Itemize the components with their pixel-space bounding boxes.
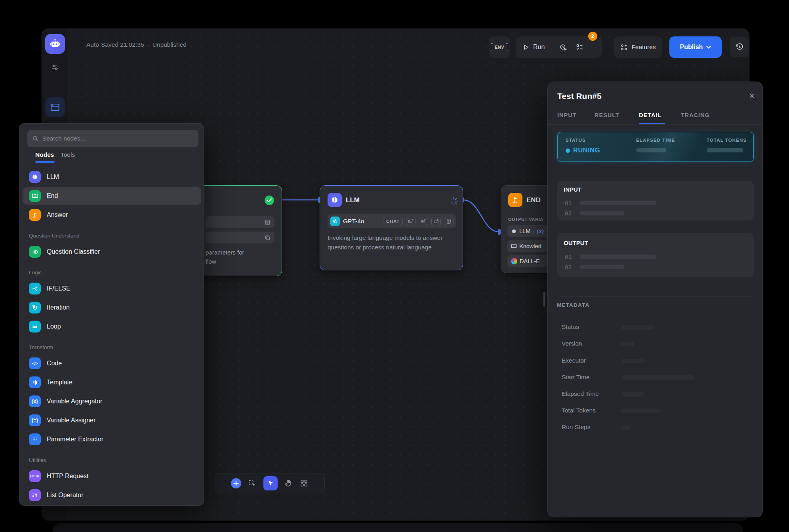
search-box[interactable]	[27, 130, 198, 147]
node-item-label: HTTP Request	[47, 473, 89, 480]
variable-name: Knowled	[519, 243, 541, 249]
meta-label-total-tokens: Total Tokens	[562, 407, 596, 414]
loop-infinity-icon: ∞	[29, 321, 41, 332]
if-else-icon	[29, 283, 41, 294]
hand-mode-button[interactable]	[284, 479, 293, 488]
organize-layout-button[interactable]	[300, 479, 308, 487]
tab-tracing[interactable]: TRACING	[681, 112, 710, 118]
node-item-template[interactable]: Template	[23, 374, 201, 391]
node-item-iteration[interactable]: ↻ Iteration	[23, 299, 201, 316]
skeleton-bar	[579, 255, 656, 259]
code-icon: </>	[29, 357, 41, 369]
node-item-variable-assigner[interactable]: {=} Variable Assigner	[23, 412, 201, 429]
close-button[interactable]: ×	[746, 90, 758, 102]
running-status-dot	[566, 148, 570, 153]
skeleton-bar	[621, 425, 631, 430]
row-number: 01	[565, 200, 572, 206]
meta-label-start-time: Start Time	[562, 374, 590, 381]
llm-node-title: LLM	[346, 196, 360, 204]
output-variables-label: OUTPUT VARIA	[508, 217, 552, 222]
plus-icon	[233, 481, 239, 486]
answer-flag-icon	[29, 209, 41, 221]
tab-input[interactable]: INPUT	[557, 112, 577, 118]
llm-brain-icon	[328, 193, 342, 207]
parameter-extractor-icon	[29, 433, 41, 445]
start-node-description: parameters for flow	[206, 248, 244, 266]
llm-node-description: Invoking large language models to answer…	[328, 233, 454, 252]
row-number: 02	[565, 264, 572, 270]
divider	[19, 164, 204, 164]
skeleton-bar	[621, 392, 644, 397]
layout-grid-icon	[300, 479, 308, 487]
node-item-answer[interactable]: Answer	[23, 206, 201, 224]
node-item-http-request[interactable]: HTTP HTTP Request	[23, 467, 201, 485]
pointer-mode-button[interactable]	[263, 476, 278, 490]
audio-capability-icon	[419, 217, 428, 226]
skeleton-bar	[579, 265, 625, 269]
tab-result[interactable]: RESULT	[595, 112, 619, 118]
tab-nodes[interactable]: Nodes	[35, 151, 54, 158]
elapsed-time-label: ELAPSED TIME	[636, 138, 675, 142]
form-icon	[265, 219, 271, 225]
knowledge-book-icon	[511, 243, 517, 249]
selection-frame-icon	[248, 479, 257, 488]
start-variable-row[interactable]	[206, 232, 274, 243]
search-icon	[32, 135, 39, 142]
node-item-parameter-extractor[interactable]: Parameter Extractor	[23, 431, 201, 448]
skeleton-bar	[621, 342, 635, 346]
node-item-end[interactable]: End	[23, 187, 201, 205]
variable-name: LLM	[519, 228, 530, 234]
section-question-understand: Question Understand	[29, 233, 80, 239]
section-logic: Logic	[29, 270, 42, 276]
start-variable-row[interactable]	[206, 216, 274, 228]
model-selector-row[interactable]: GPT-4o CHAT	[328, 214, 456, 228]
vision-capability-icon	[406, 217, 415, 226]
document-capability-icon	[444, 217, 454, 226]
skeleton-bar	[636, 148, 666, 152]
total-tokens-label: TOTAL TOKENS	[707, 138, 747, 142]
skeleton-bar	[621, 359, 644, 363]
openai-logo-icon	[330, 217, 340, 226]
llm-brain-icon	[29, 171, 41, 183]
node-item-label: List Operator	[47, 492, 83, 499]
node-picker-popover: Nodes Tools LLM End Answer Question Unde…	[19, 123, 204, 506]
node-item-variable-aggregator[interactable]: {x} Variable Aggregator	[23, 393, 201, 410]
skeleton-bar	[621, 408, 661, 413]
variable-assigner-icon: {=}	[29, 414, 41, 426]
divider	[557, 296, 754, 296]
cursor-icon	[267, 479, 274, 487]
chat-mode-badge: CHAT	[383, 217, 403, 226]
skeleton-bar	[621, 375, 694, 380]
input-title: INPUT	[564, 186, 581, 193]
meta-label-run-steps: Run Steps	[562, 424, 590, 431]
http-request-icon: HTTP	[29, 470, 41, 482]
hand-icon	[284, 479, 293, 488]
dalle-icon	[511, 258, 517, 264]
node-item-loop[interactable]: ∞ Loop	[23, 318, 201, 335]
node-item-question-classifier[interactable]: Question Classifier	[23, 243, 201, 260]
node-item-list-operator[interactable]: List Operator	[23, 486, 201, 504]
tab-detail[interactable]: DETAIL	[639, 112, 661, 118]
search-input[interactable]	[42, 135, 194, 142]
llm-node[interactable]: LLM GPT-4o CHAT	[320, 185, 463, 270]
llm-brain-icon	[511, 228, 517, 234]
variable-name: DALL-E	[520, 258, 540, 264]
test-run-panel: Test Run#5 × INPUT RESULT DETAIL TRACING…	[547, 82, 763, 517]
tab-tools[interactable]: Tools	[61, 151, 75, 158]
end-book-icon	[29, 190, 41, 202]
node-item-label: Variable Aggregator	[47, 398, 102, 405]
variable-aggregator-icon: {x}	[29, 395, 41, 407]
meta-label-elapsed-time: Elapsed Time	[562, 390, 599, 397]
node-item-llm[interactable]: LLM	[23, 168, 201, 186]
background-window-edge	[53, 523, 743, 532]
add-note-button[interactable]	[248, 479, 257, 488]
list-operator-icon	[29, 489, 41, 501]
node-item-code[interactable]: </> Code	[23, 355, 201, 372]
add-node-button[interactable]	[231, 478, 241, 488]
node-item-label: Parameter Extractor	[47, 436, 103, 443]
node-item-label: Loop	[47, 323, 61, 330]
node-item-if-else[interactable]: IF/ELSE	[23, 280, 201, 297]
panel-resize-handle[interactable]	[543, 292, 545, 307]
row-number: 02	[565, 210, 572, 217]
video-capability-icon	[431, 217, 441, 226]
